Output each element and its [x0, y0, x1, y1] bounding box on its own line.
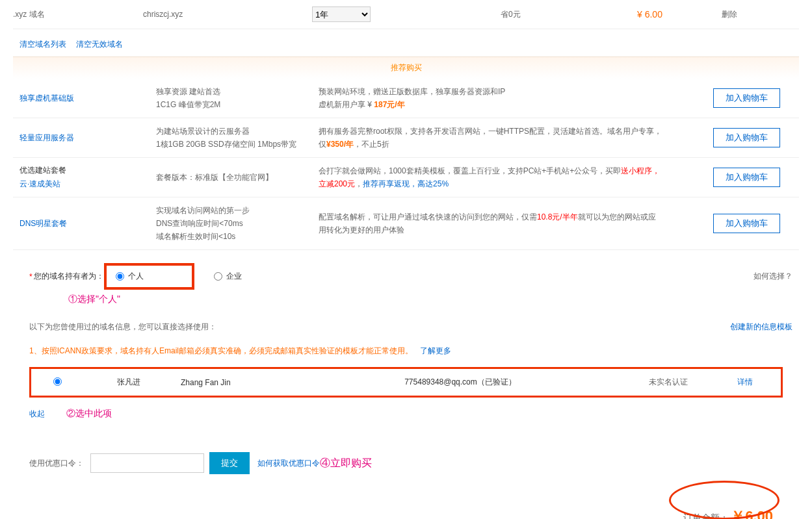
duration-select[interactable]: 1年 — [312, 6, 371, 22]
rec-spec: 套餐版本：标准版【全功能官网】 — [156, 171, 319, 184]
add-cart-button[interactable]: 加入购物车 — [713, 88, 780, 108]
item-price: ¥ 6.00 — [637, 9, 722, 19]
rec-name[interactable]: DNS明星套餐 — [13, 218, 156, 229]
annotation-ellipse — [669, 481, 779, 519]
how-select-link[interactable]: 如何选择？ — [753, 271, 792, 282]
learn-more-link[interactable]: 了解更多 — [420, 346, 451, 355]
add-cart-button[interactable]: 加入购物车 — [713, 128, 780, 147]
add-cart-button[interactable]: 加入购物车 — [713, 214, 780, 233]
radio-enterprise-input[interactable] — [214, 272, 222, 281]
recommend-row: DNS明星套餐 实现域名访问网站的第一步 DNS查询响应时间<70ms 域名解析… — [13, 197, 799, 250]
template-name-cn: 张凡进 — [77, 377, 181, 388]
rec-name[interactable]: 独享虚机基础版 — [13, 93, 156, 104]
rec-spec: 为建站场景设计的云服务器 1核1GB 20GB SSD存储空间 1Mbps带宽 — [156, 125, 319, 151]
coupon-label: 使用优惠口令： — [29, 458, 84, 469]
clear-row: 清空域名列表 清空无效域名 — [13, 29, 799, 57]
policy-tip: 1、按照ICANN政策要求，域名持有人Email邮箱必须真实准确，必须完成邮箱真… — [13, 339, 799, 363]
radio-personal-input[interactable] — [116, 272, 124, 281]
template-row[interactable]: 张凡进 Zhang Fan Jin 775489348@qq.com（已验证） … — [29, 367, 783, 398]
radio-personal[interactable]: 个人 — [116, 271, 144, 282]
clear-list-link[interactable]: 清空域名列表 — [20, 40, 66, 49]
coupon-how-link[interactable]: 如何获取优惠口令 — [257, 458, 320, 469]
info-tip-row: 以下为您曾使用过的域名信息，您可以直接选择使用： 创建新的信息模板 — [13, 312, 799, 339]
rec-spec: 独享资源 建站首选 1C1G 峰值带宽2M — [156, 85, 319, 111]
coupon-submit-button[interactable]: 提交 — [209, 452, 250, 474]
rec-desc: 预装网站环境，赠送正版数据库，独享服务器资源和IP 虚机新用户享 ¥ 187元/… — [319, 85, 663, 111]
rec-desc: 拥有服务器完整root权限，支持各开发语言网站，一键HTTPS配置，灵活建站首选… — [319, 125, 663, 151]
template-radio[interactable] — [53, 377, 62, 386]
coupon-input[interactable] — [90, 453, 204, 473]
owner-label: 您的域名持有者为： — [34, 271, 104, 282]
recommend-header: 推荐购买 — [13, 57, 799, 79]
template-status: 未实名认证 — [558, 377, 688, 388]
template-email: 775489348@qq.com（已验证） — [363, 377, 558, 388]
rec-name[interactable]: 优选建站套餐 云·速成美站 — [13, 165, 156, 190]
duration-cell: 1年 — [312, 6, 501, 22]
annotation-1: ①选择"个人" — [68, 294, 792, 305]
rec-desc: 配置域名解析，可让用户通过域名快速的访问到您的网站，仅需10.8元/半年就可以为… — [319, 210, 663, 236]
create-template-link[interactable]: 创建新的信息模板 — [730, 322, 792, 333]
annotation-box-1: 个人 — [104, 263, 194, 290]
collapse-row: 收起 ②选中此项 — [13, 401, 799, 426]
clear-invalid-link[interactable]: 清空无效域名 — [76, 40, 123, 49]
rec-spec: 实现域名访问网站的第一步 DNS查询响应时间<70ms 域名解析生效时间<10s — [156, 204, 319, 243]
annotation-4: ④立即购买 — [320, 457, 372, 470]
recommend-row: 轻量应用服务器 为建站场景设计的云服务器 1核1GB 20GB SSD存储空间 … — [13, 118, 799, 158]
template-name-en: Zhang Fan Jin — [181, 378, 363, 387]
owner-section: * 您的域名持有者为： 个人 企业 如何选择？ ①选择"个人" — [13, 250, 799, 312]
recommend-row: 独享虚机基础版 独享资源 建站首选 1C1G 峰值带宽2M 预装网站环境，赠送正… — [13, 79, 799, 118]
domain-type: .xyz 域名 — [13, 9, 143, 20]
radio-enterprise[interactable]: 企业 — [214, 271, 242, 282]
domain-name: chriszcj.xyz — [143, 10, 312, 19]
add-cart-button[interactable]: 加入购物车 — [713, 168, 780, 187]
delete-link[interactable]: 删除 — [722, 9, 761, 20]
rec-desc: 会打字就会做网站，1000套精美模板，覆盖上百行业，支持PC站+手机站+公众号，… — [319, 164, 663, 190]
annotation-2: ②选中此项 — [66, 408, 112, 418]
collapse-link[interactable]: 收起 — [29, 409, 45, 418]
save-amount: 省0元 — [501, 9, 637, 20]
footer: 订单金额： ￥6.00 继续选域名 立即购买 ③选中 我已阅读，理解并接受 〔域… — [13, 487, 799, 519]
rec-name[interactable]: 轻量应用服务器 — [13, 133, 156, 144]
domain-item-row: .xyz 域名 chriszcj.xyz 1年 省0元 ¥ 6.00 删除 — [13, 0, 799, 29]
required-marker: * — [29, 272, 33, 281]
recommend-row: 优选建站套餐 云·速成美站 套餐版本：标准版【全功能官网】 会打字就会做网站，1… — [13, 158, 799, 197]
template-detail-link[interactable]: 详情 — [688, 377, 753, 388]
coupon-section: 使用优惠口令： 提交 如何获取优惠口令 ④立即购买 — [29, 452, 783, 474]
